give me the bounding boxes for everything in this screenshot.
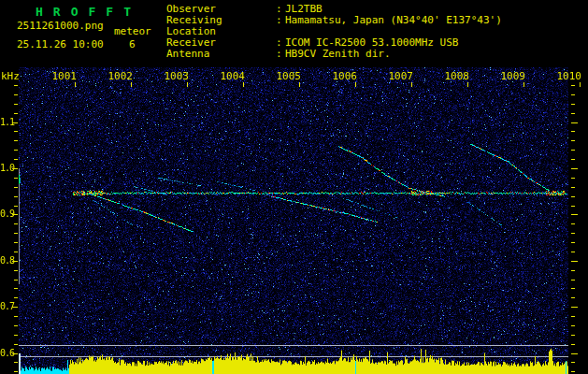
y-tick-minor-right [571, 113, 575, 114]
y-tick-minor-right [571, 280, 575, 280]
y-tick-minor [14, 196, 18, 197]
y-tick-major [12, 214, 18, 215]
y-tick-minor [14, 104, 18, 105]
y-axis-unit-label: kHz [1, 70, 20, 82]
info-row: Antenna:HB9CV Zenith dir. [166, 49, 502, 60]
x-tick-mark [580, 82, 581, 87]
y-tick-minor [14, 252, 18, 252]
y-tick-minor-right [571, 344, 575, 345]
y-tick-label: 0.9 [0, 209, 14, 219]
y-tick-minor-right [571, 159, 575, 160]
y-tick-major-right [571, 122, 578, 123]
y-tick-minor [14, 335, 18, 336]
y-tick-minor [14, 178, 18, 179]
y-tick-minor [14, 187, 18, 188]
y-tick-major [12, 168, 18, 169]
y-tick-major [12, 261, 18, 262]
y-tick-major-right [571, 261, 578, 262]
y-tick-minor-right [571, 196, 575, 197]
y-tick-minor [14, 94, 18, 95]
y-tick-major-right [571, 214, 578, 215]
app-title: HROFFT [36, 5, 141, 19]
y-tick-minor [14, 288, 18, 289]
info-label: Antenna [166, 49, 276, 60]
y-tick-minor-right [571, 131, 575, 132]
y-tick-major-right [571, 168, 578, 169]
info-value: HB9CV Zenith dir. [285, 49, 391, 60]
info-row: Receiving Location:Hamamatsu, Japan (N34… [166, 15, 502, 37]
y-tick-minor [14, 233, 18, 234]
y-tick-minor-right [571, 252, 575, 252]
y-tick-minor [14, 242, 18, 243]
y-tick-label: 1.1 [0, 117, 14, 127]
info-label: Receiving Location [166, 15, 276, 37]
y-tick-minor-right [571, 140, 575, 141]
spectrogram-canvas [19, 67, 568, 374]
y-tick-minor-right [571, 242, 575, 243]
y-tick-label: 0.8 [0, 255, 14, 266]
y-tick-minor-right [571, 206, 575, 207]
y-tick-minor-right [571, 335, 575, 336]
y-tick-minor-right [571, 178, 575, 179]
y-tick-minor-right [571, 85, 575, 86]
info-separator: : [276, 49, 285, 60]
hrofft-screen: HROFFT 2511261000.png meteor 25.11.26 10… [0, 0, 588, 374]
y-tick-major [12, 353, 18, 354]
y-tick-minor [14, 270, 18, 271]
info-value: Hamamatsu, Japan (N34°40' E137°43') [285, 15, 502, 37]
y-tick-minor-right [571, 223, 575, 224]
y-tick-label: 0.7 [0, 301, 14, 311]
mode-label: meteor [114, 25, 151, 37]
y-tick-minor [14, 280, 18, 280]
datetime-label: 25.11.26 10:00 [17, 38, 104, 50]
y-tick-major [12, 122, 18, 123]
y-tick-minor [14, 131, 18, 132]
meteor-count: 6 [129, 38, 136, 50]
y-tick-major [12, 307, 18, 308]
y-tick-minor-right [571, 371, 575, 372]
y-tick-minor-right [571, 94, 575, 95]
y-tick-minor [14, 150, 18, 151]
y-tick-minor [14, 325, 18, 326]
y-tick-minor [14, 140, 18, 141]
y-tick-minor [14, 371, 18, 372]
y-tick-minor [14, 297, 18, 298]
y-tick-minor [14, 206, 18, 207]
output-filename: 2511261000.png [17, 20, 104, 32]
y-tick-minor [14, 316, 18, 317]
y-tick-label: 1.0 [0, 163, 14, 173]
y-tick-minor-right [571, 288, 575, 289]
y-tick-minor [14, 113, 18, 114]
station-info: Observer:JL2TBBReceiving Location:Hamama… [166, 4, 502, 60]
y-tick-minor-right [571, 104, 575, 105]
y-tick-minor-right [571, 325, 575, 326]
y-tick-minor-right [571, 362, 575, 363]
y-tick-major-right [571, 307, 578, 308]
y-tick-minor [14, 159, 18, 160]
y-tick-minor-right [571, 150, 575, 151]
y-tick-minor [14, 344, 18, 345]
y-tick-minor [14, 85, 18, 86]
y-tick-minor [14, 223, 18, 224]
y-tick-minor-right [571, 187, 575, 188]
info-separator: : [276, 15, 285, 37]
y-tick-minor-right [571, 297, 575, 298]
y-tick-minor-right [571, 233, 575, 234]
y-tick-label: 0.6 [0, 348, 14, 358]
y-tick-minor [14, 362, 18, 363]
y-tick-minor-right [571, 270, 575, 271]
y-tick-major-right [571, 353, 578, 354]
y-tick-minor-right [571, 316, 575, 317]
